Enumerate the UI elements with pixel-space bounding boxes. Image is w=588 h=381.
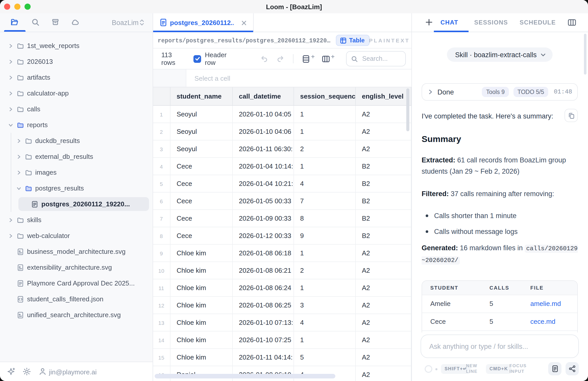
cell-student-name[interactable]: Seoyul (170, 123, 233, 140)
chevron-right-icon[interactable] (428, 88, 433, 96)
tab-sessions[interactable]: SESSIONS (474, 13, 508, 32)
add-row-plus[interactable]: + (311, 53, 315, 60)
share-button[interactable] (566, 362, 579, 375)
cell-session-sequence[interactable]: 1 (294, 123, 356, 140)
undo-icon[interactable] (260, 55, 268, 63)
row-number[interactable]: 13 (153, 314, 170, 331)
tree-item-external-db-results[interactable]: external_db_results (0, 149, 153, 164)
cell-english-level[interactable]: A2 (356, 331, 411, 349)
cell-english-level[interactable]: A2 (356, 349, 411, 366)
search-icon[interactable] (31, 18, 40, 27)
cell-call-datetime[interactable]: 2026-01-08 06:24 (233, 279, 294, 297)
table-row[interactable]: 14 Chloe kim 2026-01-10 07:25 1 A2 (153, 331, 411, 349)
cell-session-sequence[interactable]: 2 (294, 140, 356, 158)
cell-call-datetime[interactable]: 2026-01-11 04:14: (233, 349, 294, 366)
row-number[interactable]: 16 (153, 366, 170, 381)
row-number[interactable]: 14 (153, 331, 170, 349)
files-file-link[interactable]: amelie.md (522, 295, 577, 313)
cell-student-name[interactable]: Cece (170, 210, 233, 227)
cell-call-datetime[interactable]: 2026-01-08 06:21 (233, 262, 294, 279)
chevron-down-icon[interactable] (8, 123, 14, 127)
add-column-icon[interactable] (321, 54, 330, 63)
chevron-right-icon[interactable] (16, 154, 22, 159)
table-row[interactable]: 10 Chloe kim 2026-01-08 06:21 2 A2 (153, 262, 411, 279)
skill-pill[interactable]: Skill · boazlim-extract-calls (447, 47, 553, 62)
row-number[interactable]: 6 (153, 193, 170, 210)
cell-student-name[interactable]: Chloe kim (170, 331, 233, 349)
table-row[interactable]: 6 Cece 2026-01-05 00:33 7 B2 (153, 193, 411, 210)
tab-close-icon[interactable] (241, 19, 247, 28)
chevron-right-icon[interactable] (16, 139, 22, 143)
table-row[interactable]: 3 Seoyul 2026-01-11 06:30: 2 A2 (153, 140, 411, 158)
table-vertical-scrollbar[interactable] (406, 88, 409, 131)
cell-student-name[interactable]: Chloe kim (170, 245, 233, 262)
add-column-plus[interactable]: + (331, 53, 335, 60)
cell-english-level[interactable]: A2 (356, 279, 411, 297)
table-row[interactable]: 2 Seoyul 2026-01-10 04:06 1 A2 (153, 123, 411, 140)
table-row[interactable]: 12 Chloe kim 2026-01-08 06:25 3 A2 (153, 297, 411, 314)
cell-call-datetime[interactable]: 2026-01-04 10:21: (233, 175, 294, 193)
add-row-icon[interactable] (301, 54, 310, 63)
cell-session-sequence[interactable]: 5 (294, 349, 356, 366)
tree-item-extensibility-svg[interactable]: extensibility_architecture.svg (0, 259, 153, 275)
cell-session-sequence[interactable]: 8 (294, 210, 356, 227)
task-status-card[interactable]: Done Tools 9 TODO 5/5 01:48 (422, 83, 578, 101)
tree-item-1st-week-reports[interactable]: 1st_week_reports (0, 38, 153, 54)
cell-english-level[interactable]: B2 (356, 158, 411, 175)
redo-icon[interactable] (276, 55, 284, 63)
copy-button[interactable] (565, 109, 578, 122)
cell-english-level[interactable]: B2 (356, 227, 411, 245)
cell-english-level[interactable]: B2 (356, 210, 411, 227)
cell-session-sequence[interactable]: 1 (294, 106, 356, 123)
cell-call-datetime[interactable]: 2026-01-08 06:18 (233, 245, 294, 262)
files-folder-icon[interactable] (10, 18, 19, 27)
cell-call-datetime[interactable]: 2026-01-12 00:33 (233, 227, 294, 245)
cell-student-name[interactable]: Daniel (170, 366, 233, 381)
chat-input[interactable] (421, 335, 579, 358)
cell-student-name[interactable]: Cece (170, 193, 233, 210)
tree-item-reports[interactable]: reports (0, 117, 153, 133)
table-row[interactable]: 8 Cece 2026-01-12 00:33 9 B2 (153, 227, 411, 245)
row-number[interactable]: 9 (153, 245, 170, 262)
cell-session-sequence[interactable]: 9 (294, 227, 356, 245)
table-row[interactable]: 7 Cece 2026-01-09 00:33 8 B2 (153, 210, 411, 227)
cell-english-level[interactable]: A2 (356, 140, 411, 158)
cell-english-level[interactable]: A2 (356, 297, 411, 314)
panel-layout-icon[interactable] (568, 18, 576, 29)
row-number[interactable]: 12 (153, 297, 170, 314)
table-row[interactable]: 1 Seoyul 2026-01-10 04:05 1 A2 (153, 106, 411, 123)
cell-english-level[interactable]: A2 (356, 123, 411, 140)
tree-item-student-calls-json[interactable]: student_calls_filtered.json (0, 291, 153, 307)
chevron-right-icon[interactable] (8, 107, 14, 111)
cell-session-sequence[interactable]: 3 (294, 297, 356, 314)
header-row-label[interactable]: Header row (205, 51, 232, 66)
chat-divider[interactable] (411, 13, 412, 381)
cell-student-name[interactable]: Chloe kim (170, 314, 233, 331)
cell-session-sequence[interactable]: 1 (294, 245, 356, 262)
tree-item-calls[interactable]: calls (0, 101, 153, 117)
tree-item-playmore-doc[interactable]: Playmore Card Approval Dec 2025... (0, 275, 153, 291)
row-number[interactable]: 11 (153, 279, 170, 297)
cell-session-sequence[interactable]: 4 (294, 175, 356, 193)
tree-item-skills[interactable]: skills (0, 212, 153, 228)
cell-reference-box[interactable] (153, 69, 186, 87)
cell-call-datetime[interactable]: 2026-01-10 07:25 (233, 331, 294, 349)
document-button[interactable] (548, 362, 561, 375)
cell-call-datetime[interactable]: 2026-01-10 04:05 (233, 106, 294, 123)
row-number[interactable]: 10 (153, 262, 170, 279)
cell-student-name[interactable]: Cece (170, 175, 233, 193)
table-row[interactable]: 13 Chloe kim 2026-01-10 07:13: 4 A2 (153, 314, 411, 331)
tree-item-images[interactable]: images (0, 164, 153, 180)
table-horizontal-scrollbar[interactable] (155, 374, 335, 378)
tree-item-postgres-results[interactable]: postgres_results (0, 180, 153, 196)
chevron-right-icon[interactable] (8, 44, 14, 48)
cell-call-datetime[interactable]: 2026-01-05 00:33 (233, 193, 294, 210)
cell-session-sequence[interactable]: 4 (294, 314, 356, 331)
row-number[interactable]: 15 (153, 349, 170, 366)
user-icon[interactable] (38, 367, 47, 376)
view-plaintext-button[interactable]: PLAINTEXT (369, 32, 410, 49)
tree-item-calculator-app[interactable]: calculator-app (0, 85, 153, 101)
table-row[interactable]: 4 Cece 2026-01-04 10:14: 1 B2 (153, 158, 411, 175)
cell-session-sequence[interactable]: 1 (294, 158, 356, 175)
cell-student-name[interactable]: Seoyul (170, 106, 233, 123)
